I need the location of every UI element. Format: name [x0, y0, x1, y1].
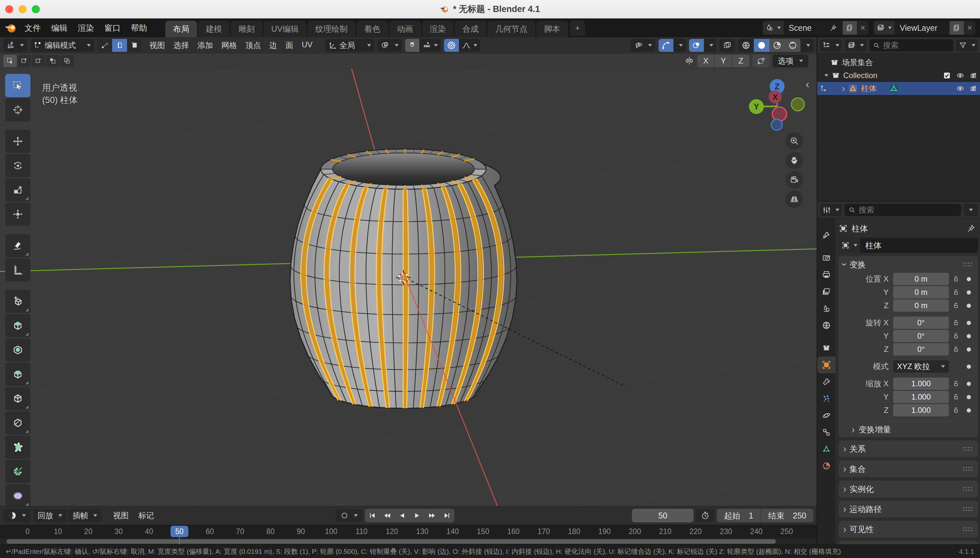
solid-shading-button[interactable]	[754, 39, 769, 52]
proportional-edit-toggle[interactable]	[444, 39, 459, 52]
workspace-tab[interactable]: 着色	[356, 21, 388, 37]
vertex-select-button[interactable]	[97, 39, 112, 52]
scene-name-field[interactable]: Scene	[784, 21, 843, 34]
tab-collection[interactable]	[817, 340, 836, 356]
tab-object-data[interactable]	[817, 441, 836, 458]
outliner-search-input[interactable]	[883, 41, 950, 50]
collapsed-panel-header[interactable]: › 集合	[839, 460, 978, 477]
workspace-tab[interactable]: 动画	[389, 21, 421, 37]
viewlayer-browse-button[interactable]	[874, 21, 895, 34]
lock-icon[interactable]	[949, 406, 963, 414]
mode-selector[interactable]: 编辑模式	[30, 39, 94, 52]
3d-viewport[interactable]: 用户透视 (50) 柱体 Z X Y	[0, 69, 817, 506]
outliner-row-collection[interactable]: Collection	[817, 69, 980, 82]
timeline-menu[interactable]: 视图	[109, 510, 133, 521]
transform-value-field[interactable]: 0 m	[893, 273, 949, 285]
tool-spin-button[interactable]	[5, 460, 30, 483]
lock-icon[interactable]	[949, 345, 963, 353]
lock-icon[interactable]	[949, 302, 963, 309]
camera-view-button[interactable]	[786, 171, 803, 189]
tool-extrude-region-button[interactable]	[5, 314, 30, 337]
tab-tool[interactable]	[817, 227, 836, 244]
ruler-tick[interactable]: 200	[629, 527, 641, 536]
menubar-menu[interactable]: 文件	[20, 20, 46, 36]
tab-object[interactable]	[817, 356, 836, 373]
animate-dot[interactable]	[963, 347, 974, 351]
panel-grip[interactable]	[962, 262, 973, 267]
properties-search[interactable]	[845, 204, 961, 216]
animate-dot[interactable]	[963, 395, 974, 399]
show-gizmo-toggle[interactable]	[658, 39, 673, 52]
pin-icon[interactable]	[830, 24, 837, 32]
outliner-row-object[interactable]: › 柱体	[817, 82, 980, 95]
viewport-menu[interactable]: 视图	[145, 40, 169, 51]
transform-panel-header[interactable]: › 变换	[839, 256, 978, 273]
timeline-ruler[interactable]: 0102030405060708090100110120130140150160…	[0, 525, 817, 538]
outliner-filter-button[interactable]	[956, 39, 978, 51]
gizmo-dropdown[interactable]	[673, 39, 686, 52]
next-keyframe-button[interactable]	[425, 509, 440, 522]
workspace-tab[interactable]: 脚本	[536, 21, 568, 37]
lock-icon[interactable]	[949, 332, 963, 340]
viewport-menu[interactable]: 添加	[193, 40, 217, 51]
tab-view-layer[interactable]	[817, 283, 836, 300]
panel-grip[interactable]	[962, 466, 973, 471]
pan-view-button[interactable]	[786, 152, 803, 169]
collapsed-panel-header[interactable]: › 实例化	[839, 481, 978, 497]
tool-select-box-button[interactable]	[5, 74, 30, 97]
animate-dot[interactable]	[963, 290, 974, 295]
ruler-tick[interactable]: 80	[266, 527, 275, 536]
proportional-falloff-button[interactable]	[459, 39, 480, 52]
pivot-point-selector[interactable]	[378, 39, 402, 52]
animate-dot[interactable]	[963, 321, 974, 325]
viewlayer-new-button[interactable]	[950, 21, 964, 34]
ruler-tick[interactable]: 20	[84, 527, 93, 536]
rendered-shading-button[interactable]	[785, 39, 801, 52]
workspace-tab[interactable]: 雕刻	[231, 21, 263, 37]
ruler-tick[interactable]: 240	[750, 527, 763, 536]
animate-dot[interactable]	[963, 334, 974, 338]
ruler-tick[interactable]: 60	[205, 527, 214, 536]
lock-icon[interactable]	[949, 275, 963, 283]
play-button[interactable]	[410, 509, 425, 522]
snap-toggle-button[interactable]	[405, 39, 419, 52]
lock-icon[interactable]	[949, 289, 963, 296]
menubar-menu[interactable]: 帮助	[126, 20, 152, 36]
transform-value-field[interactable]: 1.000	[893, 377, 949, 390]
gizmo-y-axis-neg[interactable]	[791, 98, 804, 111]
menubar-menu[interactable]: 渲染	[72, 20, 99, 36]
transform-value-field[interactable]: 0 m	[893, 299, 949, 312]
workspace-tab[interactable]: 合成	[455, 21, 486, 37]
outliner-search[interactable]	[869, 39, 954, 51]
add-workspace-button[interactable]: +	[570, 20, 585, 36]
tool-measure-button[interactable]	[5, 258, 30, 282]
edge-select-button[interactable]	[112, 39, 127, 52]
ruler-tick[interactable]: 130	[416, 527, 428, 536]
tool-transform-button[interactable]	[5, 202, 30, 226]
expand-object-arrow[interactable]: ›	[842, 83, 845, 95]
menubar-menu[interactable]: 窗口	[99, 20, 126, 36]
transform-value-field[interactable]: 1.000	[893, 391, 949, 403]
tool-rotate-button[interactable]	[5, 154, 30, 177]
tab-scene[interactable]	[817, 300, 836, 317]
viewport-menu[interactable]: UV	[297, 40, 317, 51]
tab-material[interactable]	[817, 458, 836, 474]
ruler-tick[interactable]: 220	[689, 527, 702, 536]
overlays-dropdown[interactable]	[704, 39, 716, 52]
face-select-button[interactable]	[127, 39, 142, 52]
end-frame-field[interactable]: 结束250	[761, 509, 813, 522]
delta-transform-subpanel[interactable]: › 变换增量	[839, 422, 978, 437]
panel-grip[interactable]	[962, 486, 973, 492]
ruler-tick[interactable]: 230	[720, 527, 732, 536]
collapsed-panel-header[interactable]: › 可见性	[839, 521, 978, 538]
transform-value-field[interactable]: 1.000	[893, 404, 949, 417]
pin-icon[interactable]	[966, 224, 975, 233]
ruler-tick[interactable]: 210	[659, 527, 671, 536]
panel-grip[interactable]	[962, 527, 973, 532]
prev-keyframe-button[interactable]	[380, 509, 395, 522]
timeline-dropdown-menu[interactable]: 插帧	[68, 509, 102, 522]
tab-world[interactable]	[817, 317, 836, 334]
ruler-tick[interactable]: 90	[297, 527, 305, 536]
show-overlays-toggle[interactable]	[689, 39, 704, 52]
panel-grip[interactable]	[962, 446, 973, 451]
